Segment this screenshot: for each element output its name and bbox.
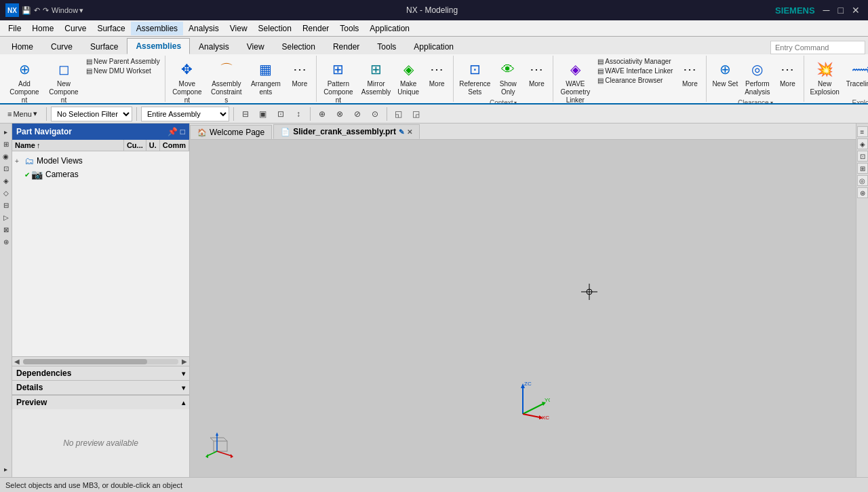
minimize-btn[interactable]: ─	[821, 5, 833, 16]
menu-render[interactable]: Render	[297, 22, 334, 35]
menu-file[interactable]: File	[3, 22, 26, 35]
new-explosion-btn[interactable]: 💥 NewExplosion	[807, 57, 842, 98]
mirror-assembly-btn[interactable]: ⊞ MirrorAssembly	[359, 57, 393, 98]
tab-render[interactable]: Render	[324, 39, 368, 54]
tab-close-btn[interactable]: ✕	[407, 128, 412, 136]
view-style-btn[interactable]: ▣	[256, 107, 271, 121]
selection-filter-select[interactable]: No Selection Filter	[51, 107, 132, 121]
tab-welcome-page[interactable]: 🏠 Welcome Page	[190, 125, 272, 139]
wave-geometry-linker-btn[interactable]: ◈ WAVE GeometryLinker	[556, 57, 594, 103]
make-unique-btn[interactable]: ◈ MakeUnique	[395, 57, 422, 98]
move-icon-btn[interactable]: ⊕	[315, 107, 330, 121]
tab-analysis[interactable]: Analysis	[190, 39, 238, 54]
ribbon-search[interactable]	[770, 41, 865, 54]
nav-col-u[interactable]: U.	[146, 140, 160, 151]
right-icon-1[interactable]: ≡	[857, 126, 868, 137]
tab-assemblies[interactable]: Assemblies	[127, 38, 190, 54]
nav-col-cu[interactable]: Cu...	[124, 140, 146, 151]
nav-scrollbar[interactable]: ◀ ▶	[12, 356, 189, 366]
perform-analysis-btn[interactable]: ◎ PerformAnalysis	[742, 57, 772, 98]
rotate-btn[interactable]: ⊘	[350, 107, 365, 121]
left-icon-8[interactable]: ▷	[1, 212, 12, 223]
filter-btn[interactable]: ⊡	[273, 107, 288, 121]
reference-sets-btn[interactable]: ⊡ ReferenceSets	[456, 57, 493, 98]
right-icon-2[interactable]: ◈	[857, 138, 868, 149]
scroll-right-btn[interactable]: ▶	[180, 357, 189, 366]
pattern-component-btn[interactable]: ⊞ PatternComponent	[319, 57, 357, 103]
add-component-btn[interactable]: ⊕ AddComponent	[5, 57, 43, 103]
menu-analysis[interactable]: Analysis	[183, 22, 224, 35]
associativity-manager-btn[interactable]: ▤ Associativity Manager	[595, 57, 675, 66]
snap-grid-btn[interactable]: ⊗	[332, 107, 347, 121]
restore-btn[interactable]: □	[835, 5, 846, 16]
shape-btn[interactable]: ◲	[409, 107, 424, 121]
left-icon-4[interactable]: ⊡	[1, 163, 12, 174]
context-dropdown-arrow[interactable]: ▾	[514, 100, 517, 103]
zoom-btn[interactable]: ⊙	[368, 107, 382, 121]
right-icon-5[interactable]: ◎	[857, 175, 868, 186]
left-icon-7[interactable]: ⊟	[1, 200, 12, 210]
tab-tools[interactable]: Tools	[368, 39, 405, 54]
nav-expand-btn[interactable]: □	[180, 127, 185, 136]
scroll-left-btn[interactable]: ◀	[12, 357, 22, 366]
show-only-btn[interactable]: 👁 ShowOnly	[494, 57, 521, 98]
left-icon-5[interactable]: ◈	[1, 175, 12, 186]
undo-icon[interactable]: ↶	[34, 6, 40, 15]
left-icon-10[interactable]: ⊛	[1, 236, 12, 247]
position-more-btn[interactable]: ⋯ More	[286, 57, 313, 90]
window-menu-btn[interactable]: Window▾	[52, 6, 83, 15]
tab-surface[interactable]: Surface	[81, 39, 127, 54]
save-icon[interactable]: 💾	[22, 6, 31, 15]
tree-item-model-views[interactable]: + 🗂 Model Views	[12, 154, 189, 168]
nav-col-comm[interactable]: Comm	[160, 140, 189, 151]
clearance-browser-btn[interactable]: ▤ Clearance Browser	[595, 76, 675, 85]
nav-pin-btn[interactable]: 📌	[167, 127, 178, 136]
scroll-track[interactable]	[23, 359, 178, 364]
menu-application[interactable]: Application	[364, 22, 415, 35]
left-icon-bottom[interactable]: ▸	[1, 463, 12, 474]
wave-interface-linker-btn[interactable]: ▤ WAVE Interface Linker	[595, 67, 675, 75]
left-icon-2[interactable]: ⊞	[1, 138, 12, 149]
tab-selection[interactable]: Selection	[273, 39, 324, 54]
redo-icon[interactable]: ↷	[43, 6, 49, 15]
tab-application[interactable]: Application	[405, 39, 462, 54]
dependencies-section-header[interactable]: Dependencies ▾	[12, 366, 189, 380]
component-more-btn[interactable]: ⋯ More	[423, 57, 450, 90]
move-component-btn[interactable]: ✥ MoveComponent	[168, 57, 206, 103]
viewport-area[interactable]: ZC YC XC	[190, 140, 856, 477]
orient-btn[interactable]: ↕	[291, 107, 306, 121]
menu-surface[interactable]: Surface	[92, 22, 130, 35]
box-btn[interactable]: ◱	[391, 107, 406, 121]
left-icon-3[interactable]: ◉	[1, 151, 12, 162]
arrangements-btn[interactable]: ▦ Arrangements	[247, 57, 285, 98]
new-set-btn[interactable]: ⊕ New Set	[709, 57, 741, 90]
assembly-constraints-btn[interactable]: ⌒ AssemblyConstraints	[208, 57, 245, 103]
interpart-more-btn[interactable]: ⋯ More	[676, 57, 703, 90]
clearance-dropdown-arrow[interactable]: ▾	[770, 100, 773, 103]
close-btn[interactable]: ✕	[849, 5, 863, 16]
menu-tools[interactable]: Tools	[334, 22, 364, 35]
tab-slider-crank[interactable]: 📄 Slider_crank_assembly.prt ✎ ✕	[273, 124, 420, 139]
preview-section-header[interactable]: Preview ▴	[12, 396, 189, 409]
tracelines-btn[interactable]: ⟿ Tracelines	[844, 57, 868, 90]
new-parent-assembly-btn[interactable]: ▤ New Parent Assembly	[84, 57, 162, 66]
menu-toolbar-btn[interactable]: ≡ Menu ▾	[3, 107, 42, 120]
tree-item-cameras[interactable]: ✔ 📷 Cameras	[12, 168, 189, 181]
context-more-btn[interactable]: ⋯ More	[523, 57, 550, 90]
details-section-header[interactable]: Details ▾	[12, 381, 189, 394]
menu-assemblies[interactable]: Assemblies	[131, 22, 183, 35]
left-icon-6[interactable]: ◇	[1, 187, 12, 198]
nav-col-name[interactable]: Name ↑	[12, 140, 124, 151]
scope-select[interactable]: Entire Assembly	[141, 107, 229, 121]
tab-home[interactable]: Home	[3, 39, 42, 54]
new-dmu-workset-btn[interactable]: ▤ New DMU Workset	[84, 67, 162, 75]
menu-selection[interactable]: Selection	[253, 22, 297, 35]
left-icon-9[interactable]: ⊠	[1, 224, 12, 235]
tab-curve[interactable]: Curve	[42, 39, 81, 54]
menu-view[interactable]: View	[224, 22, 253, 35]
tab-view[interactable]: View	[238, 39, 273, 54]
snap-icon-btn[interactable]: ⊟	[238, 107, 253, 121]
menu-curve[interactable]: Curve	[59, 22, 92, 35]
clearance-more-btn[interactable]: ⋯ More	[774, 57, 801, 90]
menu-home[interactable]: Home	[26, 22, 59, 35]
